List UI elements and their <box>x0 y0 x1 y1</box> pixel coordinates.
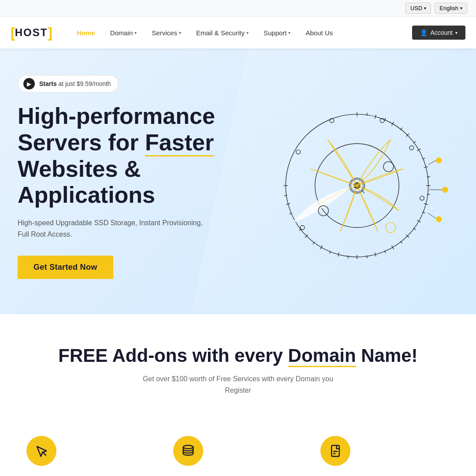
currency-selector[interactable]: USD <box>405 3 431 14</box>
badge-arrow-icon: ▶ <box>23 78 35 89</box>
free-title-pre: FREE Add-ons with every <box>58 345 288 366</box>
features-section: Domain Forwarding Point your domain name… <box>0 418 476 476</box>
email-arrow: ▾ <box>246 30 249 35</box>
domain-arrow: ▾ <box>134 30 137 35</box>
hero-content: ▶ Starts at just $9.59/month High-perfor… <box>18 75 229 279</box>
gauge-svg <box>247 89 467 265</box>
free-addons-subtitle: Get over $100 worth of Free Services wit… <box>26 373 450 396</box>
svg-line-7 <box>392 122 394 125</box>
badge-price: at just $9.59/month <box>59 80 111 87</box>
get-started-button[interactable]: Get Started Now <box>18 256 113 279</box>
free-subtitle-line2: Register <box>225 387 251 394</box>
dns-management-title: DNS Management <box>173 475 302 476</box>
svg-line-30 <box>427 194 430 194</box>
feature-dns-management: DNS Management Free lifetime DNS service… <box>173 436 302 476</box>
svg-line-35 <box>367 255 367 258</box>
svg-line-51 <box>428 160 436 165</box>
logo-bracket-right: ] <box>48 25 52 41</box>
svg-point-49 <box>442 187 448 193</box>
account-label: Account <box>430 29 453 36</box>
svg-line-36 <box>348 256 349 259</box>
feature-domain-forwarding: Domain Forwarding Point your domain name… <box>26 436 156 476</box>
svg-point-57 <box>383 161 394 171</box>
account-icon: 👤 <box>420 29 428 36</box>
dns-management-icon-circle <box>173 436 203 466</box>
hero-subtitle: High-speed Upgradable SSD Storage, Insta… <box>18 217 203 240</box>
nav-home[interactable]: Home <box>70 26 102 40</box>
domain-forwarding-title: Domain Forwarding <box>26 475 156 476</box>
free-subtitle-line1: Get over $100 worth of Free Services wit… <box>143 375 333 383</box>
document-icon <box>329 444 342 457</box>
logo-text: HOST <box>15 26 48 39</box>
free-addons-title: FREE Add-ons with every Domain Name! <box>26 345 450 366</box>
navbar: [ HOST ] Home Domain ▾ Services ▾ Email … <box>0 17 476 48</box>
database-icon <box>182 444 195 457</box>
language-selector[interactable]: English <box>435 3 467 14</box>
feature-control-panel: Easy to use Control Panel Use our intuit… <box>320 436 450 476</box>
svg-point-43 <box>409 145 414 150</box>
hero-section: ▶ Starts at just $9.59/month High-perfor… <box>0 48 476 314</box>
hero-title-line2-pre: Servers for <box>18 130 145 155</box>
services-arrow: ▾ <box>179 30 181 35</box>
badge-starts: Starts <box>39 80 57 87</box>
svg-line-41 <box>284 195 287 196</box>
hero-title-line4: Applications <box>18 182 155 208</box>
control-panel-title: Easy to use Control Panel <box>320 475 450 476</box>
logo[interactable]: [ HOST ] <box>11 25 52 41</box>
svg-line-59 <box>43 452 46 455</box>
svg-point-58 <box>386 223 396 233</box>
svg-line-13 <box>417 220 420 222</box>
hero-title: High-performance Servers for Faster Webs… <box>18 103 229 208</box>
svg-line-24 <box>367 113 367 116</box>
hero-title-faster: Faster <box>145 130 214 156</box>
free-addons-section: FREE Add-ons with every Domain Name! Get… <box>0 314 476 418</box>
free-title-post: Name! <box>356 345 418 366</box>
free-title-domain: Domain <box>288 345 356 367</box>
hero-title-line3: Websites & <box>18 156 141 182</box>
account-button[interactable]: 👤 Account <box>412 26 465 40</box>
top-bar: USD English <box>0 0 476 17</box>
svg-line-9 <box>417 149 420 151</box>
nav-services[interactable]: Services ▾ <box>145 26 188 40</box>
logo-bracket-left: [ <box>11 25 15 41</box>
cursor-icon <box>35 444 48 457</box>
domain-forwarding-icon-circle <box>26 436 56 466</box>
hero-illustration <box>247 89 476 274</box>
support-arrow: ▾ <box>288 30 290 35</box>
svg-line-19 <box>320 245 323 249</box>
nav-support[interactable]: Support ▾ <box>257 26 298 40</box>
hero-badge: ▶ Starts at just $9.59/month <box>18 75 119 93</box>
svg-point-44 <box>420 196 424 201</box>
svg-line-53 <box>428 213 436 218</box>
nav-domain[interactable]: Domain ▾ <box>103 26 144 40</box>
nav-email-security[interactable]: Email & Security ▾ <box>189 26 256 40</box>
hero-title-line1: High-performance <box>18 103 215 129</box>
svg-point-42 <box>296 150 301 154</box>
nav-links: Home Domain ▾ Services ▾ Email & Securit… <box>70 26 412 40</box>
control-panel-icon-circle <box>320 436 350 466</box>
svg-line-15 <box>392 245 394 249</box>
svg-point-48 <box>436 157 442 163</box>
svg-point-45 <box>300 225 305 230</box>
svg-point-50 <box>436 216 442 222</box>
svg-point-60 <box>183 445 193 449</box>
svg-line-29 <box>427 176 430 177</box>
nav-about[interactable]: About Us <box>298 26 340 40</box>
